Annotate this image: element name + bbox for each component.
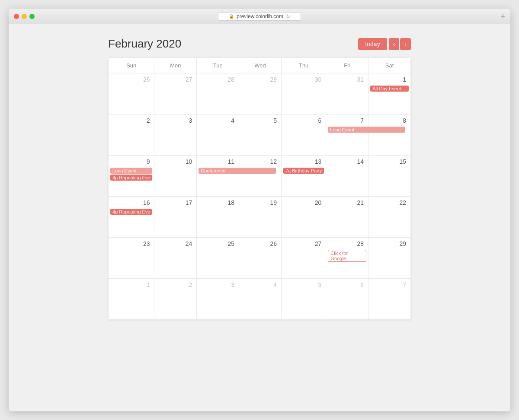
day-cell-4-mar: 4: [239, 279, 282, 320]
day-cell-24: 24: [154, 238, 197, 279]
traffic-lights: [14, 14, 35, 19]
day-cell-22: 22: [368, 197, 411, 238]
address-bar[interactable]: 🔒 preview.colorlib.com ↻: [218, 12, 301, 21]
title-bar: 🔒 preview.colorlib.com ↻ +: [9, 9, 510, 24]
event-repeating-9[interactable]: 4p Repeating Eve: [110, 175, 152, 181]
day-cell-4: 4: [197, 115, 239, 156]
calendar-title: February 2020: [108, 37, 181, 51]
day-cell-5-mar: 5: [282, 279, 326, 320]
event-google[interactable]: Click for Google: [328, 250, 366, 262]
day-cell-2-mar: 2: [154, 279, 197, 320]
day-cell-6-mar: 6: [326, 279, 368, 320]
calendar: Sun Mon Tue Wed Thu Fri Sat 26 27 28 29 …: [108, 57, 411, 320]
event-birthday[interactable]: 7a Birthday Party: [283, 168, 324, 174]
day-cell-6: 6: [282, 115, 326, 156]
refresh-icon: ↻: [286, 13, 290, 19]
calendar-header: February 2020 today ‹ ›: [108, 37, 411, 51]
event-repeating-16[interactable]: 4p Repeating Eve: [110, 209, 152, 215]
event-long-7[interactable]: Long Event: [328, 127, 405, 133]
day-header-tue: Tue: [197, 58, 239, 73]
day-cell-12: 12 +5 more: [239, 156, 282, 197]
day-cell-27-jan: 27: [154, 73, 197, 115]
day-header-mon: Mon: [154, 58, 197, 73]
day-cell-9: 9 Long Event 4p Repeating Eve: [109, 156, 154, 197]
day-cell-14: 14: [326, 156, 368, 197]
url-text: preview.colorlib.com: [237, 13, 283, 19]
day-cell-26-jan: 26: [109, 73, 154, 115]
day-cell-11: 11 Conference: [197, 156, 239, 197]
minimize-button[interactable]: [22, 14, 27, 19]
event-long-9[interactable]: Long Event: [110, 168, 152, 174]
lock-icon: 🔒: [229, 14, 234, 19]
day-cell-29-jan: 29: [239, 73, 282, 115]
browser-window: 🔒 preview.colorlib.com ↻ + February 2020…: [9, 9, 510, 411]
day-cell-10: 10: [154, 156, 197, 197]
events-28: Click for Google: [328, 250, 366, 262]
window-content: February 2020 today ‹ › Sun Mon Tue Wed …: [9, 24, 510, 411]
header-controls: today ‹ ›: [358, 38, 411, 50]
new-tab-button[interactable]: +: [500, 13, 505, 20]
event-conference[interactable]: Conference: [199, 168, 276, 174]
day-cell-3-mar: 3: [197, 279, 239, 320]
day-cell-21: 21: [326, 197, 368, 238]
events-1: All Day Event: [370, 86, 409, 92]
day-cell-30-jan: 30: [282, 73, 326, 115]
day-cell-28: 28 Click for Google: [326, 238, 368, 279]
day-cell-5: 5: [239, 115, 282, 156]
day-header-wed: Wed: [239, 58, 282, 73]
day-cell-16: 16 4p Repeating Eve: [109, 197, 154, 238]
day-header-sun: Sun: [109, 58, 154, 73]
calendar-grid: Sun Mon Tue Wed Thu Fri Sat 26 27 28 29 …: [108, 57, 411, 320]
day-cell-1-mar: 1: [109, 279, 154, 320]
day-cell-1-feb: 1 All Day Event: [368, 73, 411, 115]
day-cell-31-jan: 31: [326, 73, 368, 115]
day-cell-3: 3: [154, 115, 197, 156]
day-header-sat: Sat: [368, 58, 411, 73]
day-cell-7: 7 Long Event: [326, 115, 368, 156]
next-button[interactable]: ›: [400, 38, 411, 50]
events-13: 7a Birthday Party: [283, 168, 324, 174]
calendar-wrapper: February 2020 today ‹ › Sun Mon Tue Wed …: [108, 37, 411, 320]
day-header-thu: Thu: [282, 58, 326, 73]
maximize-button[interactable]: [29, 14, 35, 19]
day-cell-29: 29: [368, 238, 411, 279]
day-cell-28-jan: 28: [197, 73, 239, 115]
events-7: Long Event: [328, 127, 366, 133]
nav-group: ‹ ›: [389, 38, 411, 50]
day-cell-13: 13 7a Birthday Party: [282, 156, 326, 197]
day-cell-19: 19: [239, 197, 282, 238]
today-button[interactable]: today: [358, 38, 387, 50]
day-cell-26: 26: [239, 238, 282, 279]
day-cell-7-mar: 7: [368, 279, 411, 320]
day-cell-23: 23: [109, 238, 154, 279]
events-11: Conference: [199, 168, 237, 174]
close-button[interactable]: [14, 14, 19, 19]
day-cell-25: 25: [197, 238, 239, 279]
day-cell-18: 18: [197, 197, 239, 238]
prev-button[interactable]: ‹: [389, 38, 400, 50]
event-all-day[interactable]: All Day Event: [370, 86, 409, 92]
events-9: Long Event 4p Repeating Eve: [110, 168, 152, 181]
day-cell-17: 17: [154, 197, 197, 238]
day-cell-20: 20: [282, 197, 326, 238]
day-cell-27: 27: [282, 238, 326, 279]
day-cell-15: 15: [368, 156, 411, 197]
events-16: 4p Repeating Eve: [110, 209, 152, 215]
day-cell-8: 8: [368, 115, 411, 156]
day-header-fri: Fri: [326, 58, 368, 73]
day-cell-2: 2: [109, 115, 154, 156]
